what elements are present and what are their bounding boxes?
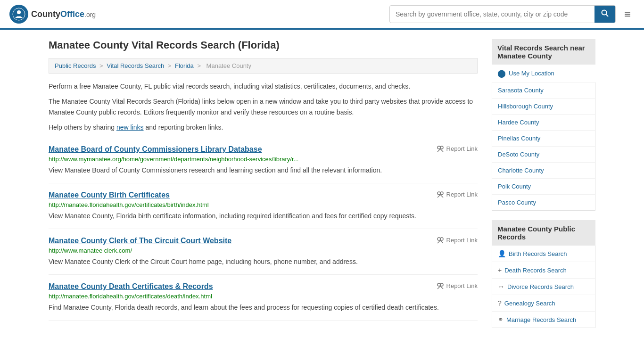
- content-area: Manatee County Vital Records Search (Flo…: [49, 39, 478, 337]
- nearby-county-link-1[interactable]: Hillsborough County: [492, 99, 595, 114]
- result-header-1: Manatee County Birth Certificates Report…: [49, 191, 478, 199]
- nearby-county-3: Pinellas County: [492, 131, 595, 147]
- result-header-3: Manatee County Death Certificates & Reco…: [49, 282, 478, 291]
- logo-text: CountyOffice.org: [31, 9, 96, 19]
- nearby-county-link-4[interactable]: DeSoto County: [492, 147, 595, 162]
- svg-line-3: [606, 15, 608, 17]
- breadcrumb-sep2: >: [168, 62, 173, 69]
- result-title-0[interactable]: Manatee Board of County Commissioners Li…: [49, 145, 262, 154]
- scissors-icon-3: [437, 282, 444, 290]
- breadcrumb-florida[interactable]: Florida: [175, 62, 194, 69]
- svg-line-7: [438, 149, 440, 152]
- pr-label-3: Genealogy Search: [504, 300, 555, 307]
- nearby-county-link-2[interactable]: Hardee County: [492, 115, 595, 130]
- result-desc-1: View Manatee County, Florida birth certi…: [49, 211, 478, 221]
- pr-link-4[interactable]: ⚭ Marriage Records Search: [492, 312, 595, 328]
- nearby-county-1: Hillsborough County: [492, 99, 595, 115]
- menu-button[interactable]: ≡: [620, 6, 635, 23]
- result-item-2: Manatee County Clerk of The Circuit Cour…: [49, 229, 478, 275]
- pr-link-1[interactable]: + Death Records Search: [492, 262, 595, 278]
- svg-point-9: [440, 192, 443, 195]
- svg-point-13: [440, 238, 443, 240]
- breadcrumb-vital-records[interactable]: Vital Records Search: [107, 62, 164, 69]
- description-3: Help others by sharing new links and rep…: [49, 122, 478, 132]
- scissors-icon-1: [437, 191, 444, 198]
- result-title-3[interactable]: Manatee County Death Certificates & Reco…: [49, 282, 213, 291]
- report-link-3[interactable]: Report Link: [437, 282, 478, 290]
- result-desc-3: Find Manatee County, Florida death recor…: [49, 303, 478, 313]
- pr-icon-4: ⚭: [498, 316, 504, 323]
- result-item-0: Manatee Board of County Commissioners Li…: [49, 138, 478, 183]
- svg-line-18: [440, 286, 443, 289]
- pr-item-1: + Death Records Search: [492, 262, 595, 279]
- svg-line-19: [438, 286, 440, 289]
- result-title-2[interactable]: Manatee County Clerk of The Circuit Cour…: [49, 237, 231, 245]
- pr-link-2[interactable]: ↔ Divorce Records Search: [492, 279, 595, 295]
- nearby-county-link-5[interactable]: Charlotte County: [492, 163, 595, 178]
- pr-icon-2: ↔: [498, 283, 504, 290]
- svg-point-2: [602, 10, 606, 15]
- pr-icon-0: 👤: [498, 250, 506, 257]
- nearby-county-4: DeSoto County: [492, 147, 595, 163]
- svg-line-11: [438, 195, 440, 197]
- use-location-link[interactable]: Use My Location: [509, 70, 554, 77]
- pr-icon-3: ?: [498, 299, 502, 307]
- result-item-1: Manatee County Birth Certificates Report…: [49, 183, 478, 229]
- nearby-county-5: Charlotte County: [492, 163, 595, 179]
- search-button[interactable]: [594, 6, 615, 23]
- logo-office: Office: [60, 9, 84, 19]
- nearby-county-7: Pasco County: [492, 195, 595, 210]
- result-header-2: Manatee County Clerk of The Circuit Cour…: [49, 237, 478, 245]
- public-records-list: 👤 Birth Records Search + Death Records S…: [492, 246, 595, 328]
- logo-icon: [9, 5, 28, 24]
- nearby-county-0: Sarasota County: [492, 82, 595, 99]
- nearby-counties-list: Sarasota CountyHillsborough CountyHardee…: [492, 82, 595, 211]
- nearby-section: Vital Records Search near Manatee County…: [492, 39, 595, 211]
- location-icon: ⬤: [497, 69, 506, 78]
- svg-line-15: [438, 240, 440, 243]
- result-url-0: http://www.mymanatee.org/home/government…: [49, 156, 478, 163]
- svg-point-1: [17, 10, 21, 14]
- svg-point-17: [440, 283, 443, 286]
- result-title-1[interactable]: Manatee County Birth Certificates: [49, 191, 170, 199]
- result-desc-2: View Manatee County Clerk of the Circuit…: [49, 257, 478, 267]
- search-input[interactable]: [390, 7, 594, 22]
- pr-label-1: Death Records Search: [504, 267, 567, 274]
- header-right: ≡: [389, 5, 635, 23]
- nearby-county-2: Hardee County: [492, 115, 595, 131]
- desc3-text: Help others by sharing: [49, 123, 115, 131]
- nearby-county-link-3[interactable]: Pinellas County: [492, 131, 595, 146]
- report-link-1[interactable]: Report Link: [437, 191, 478, 198]
- pr-item-0: 👤 Birth Records Search: [492, 246, 595, 262]
- desc3-end: and reporting broken links.: [145, 123, 223, 131]
- nearby-county-link-7[interactable]: Pasco County: [492, 195, 595, 210]
- pr-link-3[interactable]: ? Genealogy Search: [492, 295, 595, 311]
- pr-link-0[interactable]: 👤 Birth Records Search: [492, 246, 595, 262]
- svg-line-6: [440, 149, 443, 152]
- report-link-2[interactable]: Report Link: [437, 237, 478, 244]
- result-url-1: http://manatee.floridahealth.gov/certifi…: [49, 201, 478, 208]
- description-1: Perform a free Manatee County, FL public…: [49, 81, 478, 91]
- pr-item-3: ? Genealogy Search: [492, 295, 595, 312]
- breadcrumb-public-records[interactable]: Public Records: [55, 62, 96, 69]
- scissors-icon-0: [437, 145, 444, 153]
- public-records-title: Manatee County Public Records: [492, 220, 595, 246]
- public-records-section: Manatee County Public Records 👤 Birth Re…: [492, 220, 595, 328]
- main-container: Manatee County Vital Records Search (Flo…: [39, 30, 605, 347]
- svg-line-14: [440, 240, 443, 243]
- result-url-2: http://www.manatee clerk.com/: [49, 247, 478, 254]
- report-link-0[interactable]: Report Link: [437, 145, 478, 153]
- nearby-county-link-0[interactable]: Sarasota County: [492, 82, 595, 98]
- svg-point-8: [438, 192, 440, 195]
- use-location: ⬤ Use My Location: [492, 65, 595, 82]
- nearby-county-link-6[interactable]: Polk County: [492, 179, 595, 194]
- breadcrumb: Public Records > Vital Records Search > …: [49, 58, 478, 74]
- logo: CountyOffice.org: [9, 5, 96, 24]
- svg-point-5: [440, 146, 443, 149]
- pr-item-2: ↔ Divorce Records Search: [492, 279, 595, 295]
- svg-point-4: [438, 146, 440, 149]
- breadcrumb-sep1: >: [99, 62, 105, 69]
- pr-label-4: Marriage Records Search: [506, 316, 576, 323]
- new-links-link[interactable]: new links: [116, 123, 144, 131]
- breadcrumb-county: Manatee County: [206, 62, 251, 69]
